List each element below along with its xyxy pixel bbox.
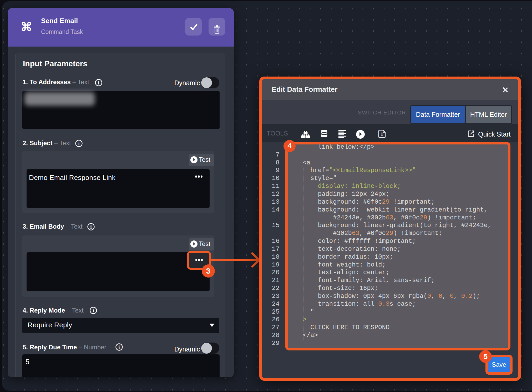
svg-text:i: i (93, 308, 94, 313)
svg-text:i: i (90, 224, 92, 230)
svg-text:i: i (118, 345, 120, 350)
svg-text:i: i (98, 80, 99, 86)
svg-text:i: i (78, 141, 79, 146)
